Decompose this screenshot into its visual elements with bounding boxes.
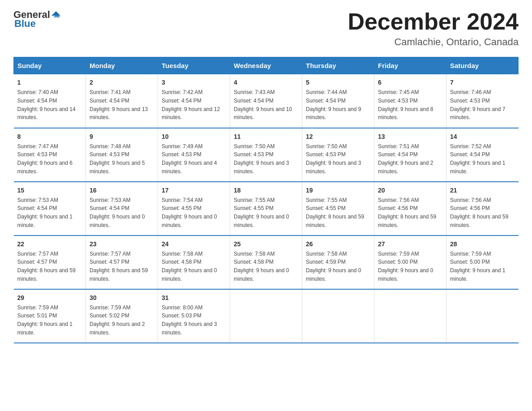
day-cell: 23 Sunrise: 7:57 AMSunset: 4:57 PMDaylig… — [86, 235, 158, 289]
day-info: Sunrise: 7:43 AMSunset: 4:54 PMDaylight:… — [234, 89, 292, 120]
day-info: Sunrise: 7:49 AMSunset: 4:53 PMDaylight:… — [162, 143, 217, 175]
day-number: 12 — [306, 132, 370, 141]
week-row-2: 8 Sunrise: 7:47 AMSunset: 4:53 PMDayligh… — [14, 128, 519, 182]
day-info: Sunrise: 7:45 AMSunset: 4:53 PMDaylight:… — [378, 89, 433, 120]
day-number: 9 — [90, 132, 154, 141]
logo-icon — [51, 9, 61, 20]
day-cell: 5 Sunrise: 7:44 AMSunset: 4:54 PMDayligh… — [302, 74, 374, 128]
day-number: 13 — [378, 132, 442, 141]
day-info: Sunrise: 7:55 AMSunset: 4:55 PMDaylight:… — [234, 197, 289, 228]
day-info: Sunrise: 7:57 AMSunset: 4:57 PMDaylight:… — [90, 251, 148, 282]
day-info: Sunrise: 7:47 AMSunset: 4:53 PMDaylight:… — [17, 143, 73, 175]
day-number: 1 — [17, 78, 82, 87]
logo-blue-text: Blue — [14, 18, 36, 30]
day-info: Sunrise: 7:46 AMSunset: 4:53 PMDaylight:… — [450, 89, 505, 120]
day-cell: 17 Sunrise: 7:54 AMSunset: 4:55 PMDaylig… — [158, 182, 230, 235]
day-number: 2 — [90, 78, 154, 87]
day-number: 20 — [378, 186, 442, 195]
day-cell: 11 Sunrise: 7:50 AMSunset: 4:53 PMDaylig… — [230, 128, 302, 182]
day-info: Sunrise: 7:58 AMSunset: 4:59 PMDaylight:… — [306, 251, 361, 282]
day-cell: 9 Sunrise: 7:48 AMSunset: 4:53 PMDayligh… — [86, 128, 158, 182]
day-cell: 2 Sunrise: 7:41 AMSunset: 4:54 PMDayligh… — [86, 74, 158, 128]
day-cell: 29 Sunrise: 7:59 AMSunset: 5:01 PMDaylig… — [14, 289, 86, 343]
week-row-3: 15 Sunrise: 7:53 AMSunset: 4:54 PMDaylig… — [14, 182, 519, 235]
day-number: 31 — [162, 293, 226, 303]
day-cell: 26 Sunrise: 7:58 AMSunset: 4:59 PMDaylig… — [302, 235, 374, 289]
day-info: Sunrise: 7:50 AMSunset: 4:53 PMDaylight:… — [306, 143, 361, 175]
day-number: 26 — [306, 240, 370, 249]
day-cell — [374, 289, 446, 343]
day-cell: 20 Sunrise: 7:56 AMSunset: 4:56 PMDaylig… — [374, 182, 446, 235]
day-number: 18 — [234, 186, 298, 195]
day-info: Sunrise: 8:00 AMSunset: 5:03 PMDaylight:… — [162, 304, 217, 336]
day-cell: 21 Sunrise: 7:56 AMSunset: 4:56 PMDaylig… — [446, 182, 519, 235]
month-title: December 2024 — [348, 9, 519, 34]
col-header-friday: Friday — [374, 57, 446, 74]
day-cell: 12 Sunrise: 7:50 AMSunset: 4:53 PMDaylig… — [302, 128, 374, 182]
day-info: Sunrise: 7:57 AMSunset: 4:57 PMDaylight:… — [17, 251, 76, 282]
page-header: General Blue December 2024 Camlachie, On… — [13, 9, 519, 48]
day-number: 5 — [306, 78, 370, 87]
day-number: 16 — [90, 186, 154, 195]
day-number: 15 — [17, 186, 82, 195]
day-info: Sunrise: 7:56 AMSunset: 4:56 PMDaylight:… — [450, 197, 508, 228]
day-number: 4 — [234, 78, 298, 87]
day-info: Sunrise: 7:58 AMSunset: 4:58 PMDaylight:… — [234, 251, 289, 282]
day-cell: 30 Sunrise: 7:59 AMSunset: 5:02 PMDaylig… — [86, 289, 158, 343]
day-number: 29 — [17, 293, 82, 303]
calendar-header-row: SundayMondayTuesdayWednesdayThursdayFrid… — [14, 57, 519, 74]
day-info: Sunrise: 7:55 AMSunset: 4:55 PMDaylight:… — [306, 197, 364, 228]
day-info: Sunrise: 7:53 AMSunset: 4:54 PMDaylight:… — [90, 197, 145, 228]
day-cell: 16 Sunrise: 7:53 AMSunset: 4:54 PMDaylig… — [86, 182, 158, 235]
day-number: 21 — [450, 186, 515, 195]
day-info: Sunrise: 7:59 AMSunset: 5:00 PMDaylight:… — [378, 251, 433, 282]
week-row-5: 29 Sunrise: 7:59 AMSunset: 5:01 PMDaylig… — [14, 289, 519, 343]
calendar-table: SundayMondayTuesdayWednesdayThursdayFrid… — [13, 57, 519, 343]
day-cell: 18 Sunrise: 7:55 AMSunset: 4:55 PMDaylig… — [230, 182, 302, 235]
day-info: Sunrise: 7:44 AMSunset: 4:54 PMDaylight:… — [306, 89, 361, 120]
day-cell: 31 Sunrise: 8:00 AMSunset: 5:03 PMDaylig… — [158, 289, 230, 343]
day-cell: 8 Sunrise: 7:47 AMSunset: 4:53 PMDayligh… — [14, 128, 86, 182]
day-cell: 25 Sunrise: 7:58 AMSunset: 4:58 PMDaylig… — [230, 235, 302, 289]
day-number: 19 — [306, 186, 370, 195]
day-cell — [446, 289, 519, 343]
day-cell — [302, 289, 374, 343]
day-cell: 1 Sunrise: 7:40 AMSunset: 4:54 PMDayligh… — [14, 74, 86, 128]
day-cell: 10 Sunrise: 7:49 AMSunset: 4:53 PMDaylig… — [158, 128, 230, 182]
day-info: Sunrise: 7:40 AMSunset: 4:54 PMDaylight:… — [17, 89, 76, 120]
day-info: Sunrise: 7:48 AMSunset: 4:53 PMDaylight:… — [90, 143, 145, 175]
day-cell: 13 Sunrise: 7:51 AMSunset: 4:54 PMDaylig… — [374, 128, 446, 182]
day-info: Sunrise: 7:52 AMSunset: 4:54 PMDaylight:… — [450, 143, 505, 175]
day-number: 24 — [162, 240, 226, 249]
day-cell: 22 Sunrise: 7:57 AMSunset: 4:57 PMDaylig… — [14, 235, 86, 289]
col-header-thursday: Thursday — [302, 57, 374, 74]
day-info: Sunrise: 7:41 AMSunset: 4:54 PMDaylight:… — [90, 89, 148, 120]
day-info: Sunrise: 7:51 AMSunset: 4:54 PMDaylight:… — [378, 143, 433, 175]
day-number: 11 — [234, 132, 298, 141]
day-cell: 6 Sunrise: 7:45 AMSunset: 4:53 PMDayligh… — [374, 74, 446, 128]
day-cell: 7 Sunrise: 7:46 AMSunset: 4:53 PMDayligh… — [446, 74, 519, 128]
day-cell: 24 Sunrise: 7:58 AMSunset: 4:58 PMDaylig… — [158, 235, 230, 289]
col-header-sunday: Sunday — [14, 57, 86, 74]
day-info: Sunrise: 7:53 AMSunset: 4:54 PMDaylight:… — [17, 197, 73, 228]
day-number: 22 — [17, 240, 82, 249]
day-number: 7 — [450, 78, 515, 87]
day-cell: 3 Sunrise: 7:42 AMSunset: 4:54 PMDayligh… — [158, 74, 230, 128]
logo: General Blue — [13, 9, 62, 30]
title-block: December 2024 Camlachie, Ontario, Canada — [348, 9, 519, 48]
col-header-saturday: Saturday — [446, 57, 519, 74]
day-cell: 27 Sunrise: 7:59 AMSunset: 5:00 PMDaylig… — [374, 235, 446, 289]
day-cell: 14 Sunrise: 7:52 AMSunset: 4:54 PMDaylig… — [446, 128, 519, 182]
day-cell: 19 Sunrise: 7:55 AMSunset: 4:55 PMDaylig… — [302, 182, 374, 235]
day-number: 6 — [378, 78, 442, 87]
col-header-tuesday: Tuesday — [158, 57, 230, 74]
day-cell: 15 Sunrise: 7:53 AMSunset: 4:54 PMDaylig… — [14, 182, 86, 235]
day-number: 23 — [90, 240, 154, 249]
week-row-4: 22 Sunrise: 7:57 AMSunset: 4:57 PMDaylig… — [14, 235, 519, 289]
day-info: Sunrise: 7:54 AMSunset: 4:55 PMDaylight:… — [162, 197, 217, 228]
day-number: 27 — [378, 240, 442, 249]
day-cell: 28 Sunrise: 7:59 AMSunset: 5:00 PMDaylig… — [446, 235, 519, 289]
day-info: Sunrise: 7:42 AMSunset: 4:54 PMDaylight:… — [162, 89, 220, 120]
day-number: 30 — [90, 293, 154, 303]
day-info: Sunrise: 7:50 AMSunset: 4:53 PMDaylight:… — [234, 143, 289, 175]
